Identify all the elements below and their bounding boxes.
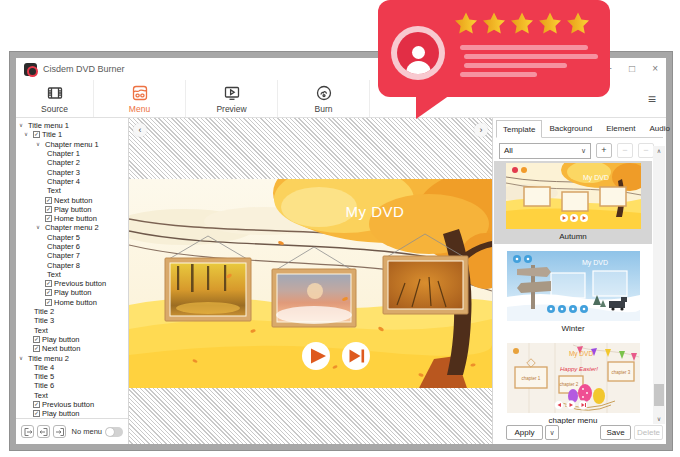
menu-title-text[interactable]: My DVD: [346, 203, 405, 220]
template-category-select[interactable]: All ∨: [499, 143, 591, 159]
tab-template[interactable]: Template: [496, 120, 542, 138]
tree-item[interactable]: Chapter 6: [16, 242, 128, 251]
next-button: [342, 342, 370, 370]
scroll-down-icon[interactable]: ∨: [653, 414, 665, 424]
scroll-up-icon[interactable]: ∧: [653, 146, 665, 156]
next-menu-arrow[interactable]: ›: [474, 123, 488, 137]
toolbar-menu-button[interactable]: Menu: [94, 80, 186, 117]
template-item-chapter-menu[interactable]: My DVD Happy Easter! chapter 1 chapter 3…: [494, 341, 652, 424]
apply-button[interactable]: Apply: [506, 425, 543, 440]
tree-item[interactable]: Title 2: [16, 307, 128, 316]
checkbox-icon[interactable]: ✓: [45, 215, 52, 222]
tree-item[interactable]: ∨✓Title 1: [16, 130, 128, 139]
tree-item[interactable]: Chapter 1: [16, 149, 128, 158]
star-icon: [566, 11, 590, 35]
template-name: Winter: [494, 324, 652, 333]
tree-item[interactable]: Chapter 4: [16, 177, 128, 186]
chapter-menu-thumbnail: My DVD Happy Easter! chapter 1 chapter 3…: [507, 343, 640, 413]
checkbox-icon[interactable]: ✓: [33, 401, 40, 408]
arrow-in-button[interactable]: [53, 425, 66, 438]
tree-item[interactable]: ∨Chapter menu 1: [16, 140, 128, 149]
tree-item[interactable]: ✓Next button: [16, 195, 128, 204]
template-filter-row: All ∨ + − −: [499, 142, 654, 159]
apply-options-button[interactable]: ∨: [545, 425, 559, 440]
tree-item[interactable]: ✓Previous button: [16, 279, 128, 288]
tree-item[interactable]: ✓Home button: [16, 214, 128, 223]
checkbox-icon[interactable]: ✓: [33, 345, 40, 352]
arrow-out-button[interactable]: [21, 425, 34, 438]
no-menu-toggle[interactable]: [105, 427, 123, 437]
tree-item[interactable]: ✓Play button: [16, 409, 128, 418]
chevron-down-icon: ∨: [581, 147, 586, 155]
tree-item[interactable]: ✓Previous button: [16, 400, 128, 409]
template-name: Autumn: [494, 232, 652, 241]
toolbar-burn-button[interactable]: Burn: [278, 80, 370, 117]
checkbox-icon[interactable]: ✓: [33, 410, 40, 417]
tree-item[interactable]: Title 5: [16, 372, 128, 381]
menu-structure-panel: ∨Title menu 1 ∨✓Title 1 ∨Chapter menu 1 …: [16, 118, 129, 444]
checkbox-icon[interactable]: ✓: [33, 131, 40, 138]
prev-menu-arrow[interactable]: ‹: [133, 123, 147, 137]
template-item-winter[interactable]: My DVD: [494, 249, 652, 336]
toolbar-label: Source: [41, 104, 68, 114]
play-monitor-icon: [222, 83, 242, 103]
tree-item[interactable]: Text: [16, 326, 128, 335]
tree-item[interactable]: ✓Play button: [16, 288, 128, 297]
autumn-menu-preview[interactable]: My DVD: [129, 179, 492, 388]
tree-item[interactable]: Title 4: [16, 363, 128, 372]
tree-item[interactable]: ∨Title menu 2: [16, 353, 128, 362]
checkbox-icon[interactable]: ✓: [45, 280, 52, 287]
tree-item[interactable]: Chapter 8: [16, 260, 128, 269]
toolbar-preview-button[interactable]: Preview: [186, 80, 278, 117]
panel-tabs: Template Background Element Audio: [496, 120, 663, 138]
checkbox-icon[interactable]: ✓: [45, 289, 52, 296]
save-button[interactable]: Save: [600, 425, 631, 440]
tree-item[interactable]: ∨Chapter menu 2: [16, 223, 128, 232]
add-template-button[interactable]: +: [596, 143, 612, 158]
tab-background[interactable]: Background: [542, 120, 599, 137]
scrollbar-thumb[interactable]: [654, 384, 664, 406]
tree-item[interactable]: ✓Home button: [16, 298, 128, 307]
tree-item[interactable]: Chapter 5: [16, 233, 128, 242]
tree-item[interactable]: Title 3: [16, 316, 128, 325]
checkbox-icon[interactable]: ✓: [45, 197, 52, 204]
review-text-line: [464, 54, 598, 59]
tab-audio[interactable]: Audio: [643, 120, 677, 137]
close-icon[interactable]: ×: [652, 64, 658, 74]
tree-item[interactable]: Text: [16, 391, 128, 400]
delete-button[interactable]: Delete: [634, 425, 663, 440]
template-item-autumn[interactable]: My DVD: [494, 161, 652, 244]
maximize-icon[interactable]: □: [629, 64, 635, 74]
remove-template-button[interactable]: −: [617, 143, 633, 158]
tree-item[interactable]: ✓Next button: [16, 344, 128, 353]
svg-text:chapter 2: chapter 2: [559, 382, 578, 387]
chevron-down-icon[interactable]: ∨: [36, 223, 45, 232]
tree-item[interactable]: Text: [16, 270, 128, 279]
tree-item[interactable]: Chapter 7: [16, 251, 128, 260]
tree-item[interactable]: ∨Title menu 1: [16, 121, 128, 130]
toolbar-source-button[interactable]: Source: [16, 80, 94, 117]
tab-element[interactable]: Element: [599, 120, 642, 137]
tree-item[interactable]: Text: [16, 186, 128, 195]
checkbox-icon[interactable]: ✓: [45, 299, 52, 306]
person-icon: [397, 32, 439, 74]
chevron-down-icon[interactable]: ∨: [19, 121, 28, 130]
toolbar-label: Burn: [315, 104, 333, 114]
tree-item[interactable]: Title 6: [16, 381, 128, 390]
window-controls: − □ ×: [606, 64, 658, 74]
arrow-left-button[interactable]: [37, 425, 50, 438]
chevron-down-icon[interactable]: ∨: [24, 130, 33, 139]
hamburger-menu-icon[interactable]: ≡: [648, 91, 656, 107]
tree-item[interactable]: ✓Play button: [16, 335, 128, 344]
tree-item[interactable]: Chapter 2: [16, 158, 128, 167]
edit-template-button[interactable]: −: [638, 143, 654, 158]
tree-item[interactable]: ✓Play button: [16, 205, 128, 214]
checkbox-icon[interactable]: ✓: [33, 336, 40, 343]
template-scrollbar[interactable]: ∧ ∨: [653, 146, 665, 424]
menu-preview-canvas[interactable]: ‹ ›: [129, 118, 492, 444]
tree-item[interactable]: Chapter 3: [16, 167, 128, 176]
chevron-down-icon[interactable]: ∨: [36, 140, 45, 149]
toolbar-label: Menu: [129, 104, 150, 114]
chevron-down-icon[interactable]: ∨: [19, 354, 28, 363]
checkbox-icon[interactable]: ✓: [45, 206, 52, 213]
